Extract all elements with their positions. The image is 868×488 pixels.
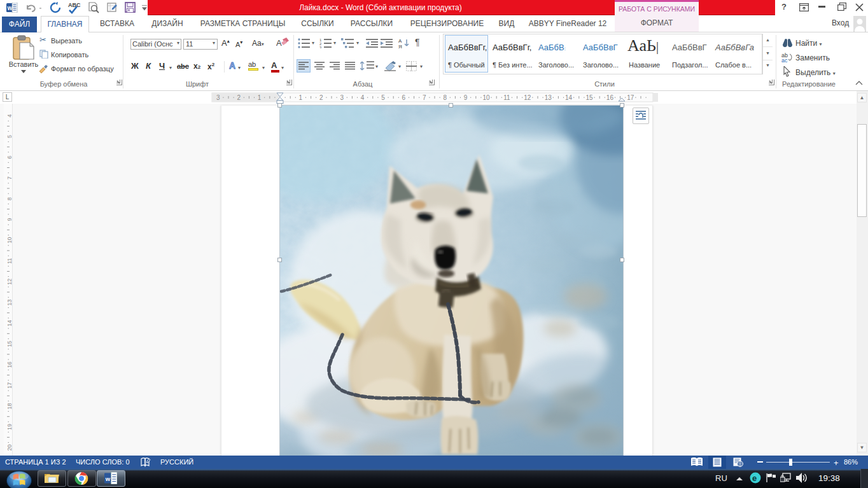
- svg-text:5: 5: [6, 135, 13, 138]
- svg-text:e: e: [752, 473, 757, 483]
- svg-text:16: 16: [606, 94, 614, 101]
- svg-text:13: 13: [545, 94, 552, 101]
- svg-text:17: 17: [6, 382, 13, 389]
- svg-text:4: 4: [361, 94, 365, 101]
- svg-text:10: 10: [482, 94, 490, 101]
- svg-text:6: 6: [6, 156, 13, 159]
- svg-text:20: 20: [6, 445, 13, 451]
- svg-text:ABC: ABC: [68, 2, 81, 8]
- svg-text:6: 6: [402, 94, 406, 101]
- svg-text:8: 8: [6, 197, 13, 200]
- svg-text:17: 17: [627, 94, 634, 101]
- svg-text:15: 15: [585, 94, 593, 101]
- svg-text:ac: ac: [781, 57, 788, 62]
- svg-text:A: A: [276, 38, 282, 48]
- svg-text:Я: Я: [398, 44, 402, 49]
- svg-text:14: 14: [6, 320, 13, 326]
- svg-text:3: 3: [340, 94, 344, 101]
- svg-text:А: А: [398, 38, 402, 44]
- svg-text:16: 16: [6, 361, 13, 368]
- svg-text:2: 2: [319, 94, 323, 101]
- svg-text:14: 14: [565, 94, 573, 101]
- svg-text:7: 7: [423, 94, 426, 101]
- svg-text:5: 5: [381, 94, 385, 101]
- svg-text:4: 4: [6, 114, 13, 117]
- svg-text:9: 9: [6, 218, 13, 221]
- svg-text:7: 7: [6, 176, 13, 179]
- svg-text:19: 19: [6, 424, 13, 430]
- svg-text:1: 1: [258, 94, 262, 101]
- svg-text:12: 12: [6, 279, 13, 285]
- svg-text:3: 3: [319, 46, 322, 48]
- svg-text:1: 1: [299, 94, 303, 101]
- svg-text:11: 11: [6, 258, 13, 264]
- svg-text:11: 11: [503, 94, 510, 101]
- svg-text:13: 13: [6, 299, 13, 305]
- svg-text:10: 10: [6, 237, 13, 244]
- svg-text:w: w: [105, 475, 111, 482]
- svg-text:15: 15: [6, 341, 13, 347]
- svg-text:w: w: [7, 4, 13, 11]
- svg-text:12: 12: [524, 94, 531, 101]
- svg-text:9: 9: [464, 94, 468, 101]
- svg-text:8: 8: [443, 94, 447, 101]
- svg-text:18: 18: [6, 403, 13, 409]
- svg-text:2: 2: [237, 94, 241, 101]
- svg-text:3: 3: [216, 94, 220, 101]
